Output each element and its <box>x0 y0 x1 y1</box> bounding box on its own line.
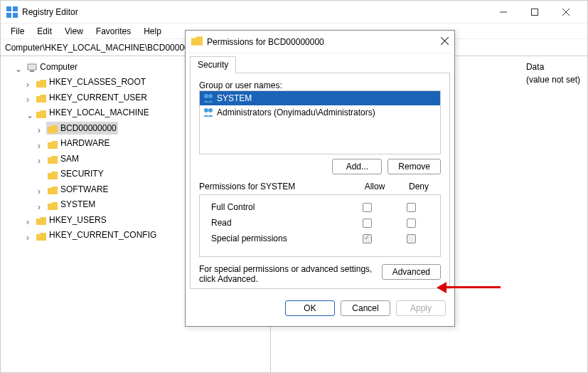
folder-icon <box>191 36 203 48</box>
group-listbox[interactable]: SYSTEM Administrators (Onyimadu\Administ… <box>199 90 441 154</box>
menu-favorites[interactable]: Favorites <box>90 25 137 38</box>
svg-point-14 <box>204 108 208 112</box>
window-title: Registry Editor <box>22 7 488 17</box>
folder-icon <box>48 185 58 193</box>
expand-toggle[interactable]: ⌄ <box>15 63 22 75</box>
folder-icon <box>36 78 46 86</box>
group-row-admins[interactable]: Administrators (Onyimadu\Administrators) <box>200 105 440 120</box>
perm-label: Special permissions <box>207 233 345 243</box>
help-text: For special permissions or advanced sett… <box>199 264 373 284</box>
close-button[interactable] <box>550 2 582 22</box>
perm-label: Full Control <box>207 202 345 212</box>
menu-help[interactable]: Help <box>138 25 167 38</box>
deny-checkbox[interactable] <box>407 203 416 212</box>
tree-hklm[interactable]: HKEY_LOCAL_MACHINE <box>35 106 151 119</box>
folder-icon <box>48 170 58 178</box>
tree-hardware[interactable]: HARDWARE <box>46 137 112 149</box>
cancel-button[interactable]: Cancel <box>341 300 390 316</box>
dialog-footer: OK Cancel Apply <box>186 293 454 326</box>
folder-icon <box>48 124 58 132</box>
tree-hkcu[interactable]: HKEY_CURRENT_USER <box>35 91 149 104</box>
deny-checkbox[interactable] <box>407 219 416 228</box>
svg-point-12 <box>204 94 208 98</box>
titlebar: Registry Editor <box>1 1 587 23</box>
computer-icon <box>27 63 37 71</box>
data-header: Data <box>526 62 580 75</box>
minimize-button[interactable] <box>488 2 519 22</box>
app-icon <box>6 6 18 18</box>
tree-hkcc[interactable]: HKEY_CURRENT_CONFIG <box>35 228 158 241</box>
svg-rect-0 <box>6 6 11 11</box>
svg-rect-9 <box>30 70 34 72</box>
expand-toggle[interactable]: › <box>38 154 45 167</box>
data-column: Data (value not set) <box>526 62 580 367</box>
deny-header: Deny <box>397 182 441 191</box>
expand-toggle[interactable]: › <box>38 185 45 198</box>
folder-icon <box>48 201 58 209</box>
svg-rect-2 <box>6 13 11 18</box>
remove-button[interactable]: Remove <box>387 159 441 174</box>
apply-button: Apply <box>396 300 446 316</box>
tree-root[interactable]: Computer <box>26 61 79 73</box>
folder-icon <box>36 231 46 239</box>
dialog-title: Permissions for BCD00000000 <box>207 37 426 47</box>
tree-system[interactable]: SYSTEM <box>46 198 97 211</box>
folder-icon <box>48 140 58 147</box>
users-icon <box>203 93 214 103</box>
svg-rect-3 <box>13 13 18 18</box>
group-label-system: SYSTEM <box>217 93 252 103</box>
permissions-dialog: Permissions for BCD00000000 Security Gro… <box>185 30 455 327</box>
tree-hkcr[interactable]: HKEY_CLASSES_ROOT <box>35 75 147 88</box>
svg-point-13 <box>208 94 213 98</box>
svg-rect-8 <box>28 64 36 70</box>
tree-hku[interactable]: HKEY_USERS <box>35 214 108 226</box>
deny-checkbox-disabled <box>407 234 416 243</box>
folder-icon <box>36 93 46 101</box>
group-label-admins: Administrators (Onyimadu\Administrators) <box>217 107 375 117</box>
group-label: Group or user names: <box>199 80 441 90</box>
menu-view[interactable]: View <box>59 25 89 38</box>
expand-toggle[interactable]: › <box>38 201 45 214</box>
ok-button[interactable]: OK <box>285 300 335 316</box>
folder-icon <box>36 216 46 224</box>
expand-toggle[interactable]: › <box>38 124 45 137</box>
expand-toggle[interactable]: › <box>26 93 33 106</box>
perm-label: Read <box>207 218 345 228</box>
dialog-titlebar: Permissions for BCD00000000 <box>186 31 454 53</box>
tree-sam[interactable]: SAM <box>46 152 80 165</box>
expand-toggle[interactable]: ⌄ <box>26 109 33 122</box>
allow-checkbox[interactable] <box>363 219 372 228</box>
allow-checkbox-disabled <box>363 234 372 243</box>
users-icon <box>203 107 214 117</box>
expand-toggle[interactable]: › <box>26 231 33 244</box>
allow-header: Allow <box>353 182 397 191</box>
perm-row-special: Special permissions <box>207 231 433 246</box>
dialog-close-button[interactable] <box>426 37 449 47</box>
svg-rect-5 <box>532 9 538 15</box>
menu-file[interactable]: File <box>5 25 30 38</box>
folder-icon <box>48 154 58 162</box>
data-value: (value not set) <box>526 75 580 85</box>
tree-security[interactable]: SECURITY <box>46 167 105 180</box>
tree-software[interactable]: SOFTWARE <box>46 183 110 196</box>
permissions-table: Full Control Read Special permissions <box>199 194 441 257</box>
expand-toggle[interactable]: › <box>38 140 45 152</box>
svg-point-15 <box>208 108 213 112</box>
group-row-system[interactable]: SYSTEM <box>200 91 440 105</box>
maximize-button[interactable] <box>519 2 550 22</box>
expand-toggle[interactable]: › <box>26 78 33 91</box>
arrow-line <box>445 286 501 288</box>
tab-security[interactable]: Security <box>190 56 236 73</box>
perm-for-label: Permissions for SYSTEM <box>199 182 353 191</box>
svg-rect-1 <box>13 6 18 11</box>
advanced-button[interactable]: Advanced <box>382 264 441 280</box>
tab-body: Group or user names: SYSTEM Administrato… <box>190 73 450 289</box>
perm-row-read: Read <box>207 215 433 231</box>
folder-icon <box>36 109 46 117</box>
expand-toggle[interactable]: › <box>26 216 33 228</box>
tabstrip: Security <box>186 53 454 73</box>
tree-bcd[interactable]: BCD00000000 <box>46 122 118 135</box>
allow-checkbox[interactable] <box>363 203 372 212</box>
add-button[interactable]: Add... <box>332 159 382 174</box>
menu-edit[interactable]: Edit <box>31 25 58 38</box>
